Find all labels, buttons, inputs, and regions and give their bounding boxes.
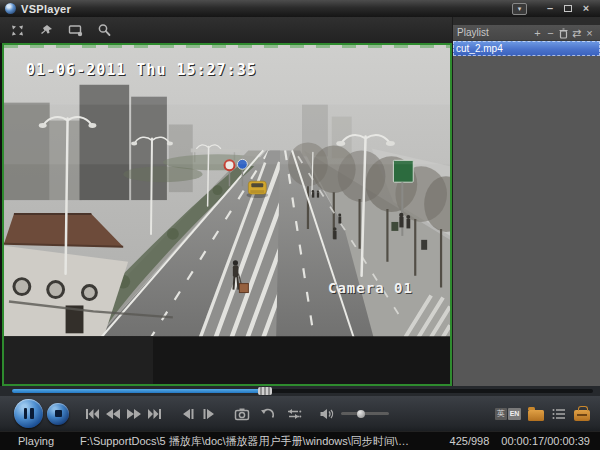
video-display[interactable]: 01-06-2011 Thu 15:27:35 Camera 01 (2, 43, 452, 386)
previous-file-icon (84, 407, 100, 421)
language-toggle[interactable]: 英 EN (495, 408, 521, 420)
frame-counter: 425/998 (450, 435, 490, 447)
snapshot-button[interactable] (62, 20, 88, 40)
camera-name-overlay: Camera 01 (328, 280, 413, 296)
previous-file-button[interactable] (81, 403, 102, 425)
fullscreen-button[interactable] (4, 20, 30, 40)
volume-slider[interactable] (341, 412, 389, 415)
playback-state: Playing (18, 435, 54, 447)
capture-button[interactable] (231, 403, 252, 425)
playlist-delete-all-button[interactable] (557, 26, 570, 40)
status-bar: Playing F:\SupportDocs\5 播放库\doc\播放器用户手册… (0, 431, 600, 450)
volume-button[interactable] (316, 403, 337, 425)
time-counter: 00:00:17/00:00:39 (501, 435, 590, 447)
pin-icon (39, 24, 53, 37)
language-en-icon: EN (508, 408, 521, 420)
playlist-add-button[interactable]: + (531, 26, 544, 40)
app-logo-icon (5, 3, 16, 14)
pause-button[interactable] (14, 399, 43, 428)
video-frame-scene (4, 45, 450, 384)
rewind-icon (105, 407, 121, 421)
playlist-remove-button[interactable]: − (544, 26, 557, 40)
frame-back-button[interactable] (177, 403, 198, 425)
playlist-reorder-button[interactable]: ⇄ (570, 26, 583, 40)
frame-forward-button[interactable] (198, 403, 219, 425)
playlist-item-selected[interactable]: cut_2.mp4 (453, 41, 600, 56)
next-file-icon (147, 407, 163, 421)
playlist-panel: Playlist + − ⇄ × cut_2.mp4 (452, 17, 600, 386)
language-cn-icon: 英 (495, 408, 507, 420)
minimize-to-tray-button[interactable]: ▾ (512, 3, 527, 15)
progress-track[interactable] (12, 389, 593, 393)
undo-arrow-icon (260, 407, 275, 421)
stop-icon (55, 410, 62, 417)
stop-button[interactable] (47, 403, 69, 425)
open-file-button[interactable] (528, 410, 544, 421)
playlist-close-button[interactable]: × (583, 26, 596, 40)
maximize-button[interactable] (559, 1, 577, 16)
snapshot-icon (68, 24, 83, 37)
progress-fill (12, 389, 265, 393)
digital-zoom-button[interactable] (91, 20, 117, 40)
adjust-arrows-icon (285, 407, 302, 421)
playlist-header: Playlist + − ⇄ × (453, 25, 600, 41)
video-timestamp-overlay: 01-06-2011 Thu 15:27:35 (26, 61, 257, 79)
frame-forward-icon (202, 407, 216, 421)
progress-handle[interactable] (258, 387, 272, 395)
playlist-title: Playlist (457, 27, 531, 38)
fast-forward-icon (126, 407, 142, 421)
vsplayer-window: VSPlayer ▾ – × (0, 0, 600, 450)
frame-back-icon (181, 407, 195, 421)
fast-forward-button[interactable] (123, 403, 144, 425)
trash-icon (559, 28, 568, 39)
close-button[interactable]: × (577, 1, 595, 16)
playlist-toggle-button[interactable] (551, 403, 567, 425)
window-title: VSPlayer (21, 3, 71, 15)
camera-icon (234, 407, 250, 421)
step-settings-button[interactable] (283, 403, 304, 425)
list-icon (552, 408, 566, 420)
title-bar: VSPlayer ▾ – × (0, 0, 600, 17)
fullscreen-icon (10, 24, 25, 37)
next-file-button[interactable] (144, 403, 165, 425)
progress-row (0, 386, 600, 396)
toolbox-button[interactable] (574, 410, 590, 421)
playback-controls: 英 EN (0, 396, 600, 431)
flip-button[interactable] (257, 403, 278, 425)
pause-icon (24, 408, 34, 419)
playlist-panel-top-gap (453, 17, 600, 25)
magnifier-icon (97, 23, 111, 37)
volume-handle[interactable] (357, 410, 365, 418)
toolbar (0, 17, 452, 43)
file-path: F:\SupportDocs\5 播放库\doc\播放器用户手册\windows… (80, 434, 410, 449)
osd-green-artifact (4, 45, 450, 48)
minimize-button[interactable]: – (541, 1, 559, 16)
rewind-button[interactable] (102, 403, 123, 425)
always-on-top-button[interactable] (33, 20, 59, 40)
speaker-icon (319, 407, 335, 421)
